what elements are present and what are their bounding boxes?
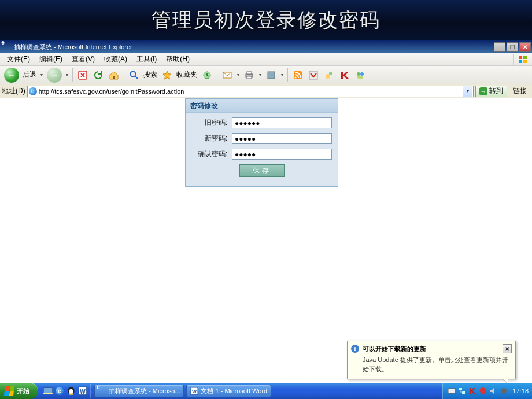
links-button[interactable]: 链接 <box>509 86 530 97</box>
window-restore-button[interactable]: ❐ <box>507 42 518 52</box>
confirm-password-label: 确认密码: <box>191 149 227 159</box>
address-label: 地址(D) <box>2 86 25 96</box>
svg-point-19 <box>360 72 364 76</box>
tray-extra-icon[interactable] <box>500 387 508 395</box>
svg-point-17 <box>329 72 332 75</box>
window-minimize-button[interactable]: _ <box>494 42 505 52</box>
windows-logo-icon <box>4 386 14 396</box>
print-button[interactable] <box>242 68 257 83</box>
word-task-icon: W <box>190 387 198 395</box>
menu-help[interactable]: 帮助(H) <box>161 53 194 65</box>
start-button[interactable]: 开始 <box>0 383 38 399</box>
window-close-button[interactable]: ✕ <box>519 42 531 52</box>
forward-dropdown[interactable]: ▾ <box>64 68 70 83</box>
tray-shield-icon[interactable] <box>479 387 487 395</box>
favorites-label: 收藏夹 <box>176 70 197 80</box>
address-bar: 地址(D) ▾ →转到 链接 <box>0 84 532 98</box>
svg-rect-12 <box>268 72 275 79</box>
forward-button[interactable]: → <box>45 67 64 83</box>
svg-point-6 <box>131 71 136 76</box>
tray-network-icon[interactable] <box>458 387 466 395</box>
address-box[interactable]: ▾ <box>27 86 474 97</box>
svg-rect-11 <box>247 76 252 79</box>
go-button[interactable]: →转到 <box>475 86 507 97</box>
info-icon: i <box>351 345 359 353</box>
svg-rect-22 <box>43 393 53 394</box>
home-button[interactable] <box>106 68 121 83</box>
messenger-icon[interactable] <box>353 68 368 83</box>
menu-favorites[interactable]: 收藏(A) <box>99 53 132 65</box>
svg-rect-20 <box>357 76 363 79</box>
card-title: 密码修改 <box>186 99 338 113</box>
window-titlebar: 抽样调查系统 - Microsoft Internet Explorer _ ❐… <box>0 40 532 53</box>
favorites-button[interactable] <box>160 68 175 83</box>
old-password-row: 旧密码: <box>191 117 332 128</box>
feed-button[interactable] <box>290 68 305 83</box>
svg-rect-30 <box>448 389 455 393</box>
taskbar-button-1[interactable]: 抽样调查系统 - Microso... <box>94 385 184 397</box>
svg-rect-25 <box>69 394 73 395</box>
old-password-label: 旧密码: <box>191 118 227 128</box>
svg-rect-5 <box>113 76 115 79</box>
kaspersky-icon[interactable] <box>337 68 352 83</box>
toolbar-extra-1[interactable] <box>306 68 321 83</box>
taskbar: 开始 W 抽样调查系统 - Microso... W 文档 1 - Micros… <box>0 383 532 399</box>
back-dropdown[interactable]: ▾ <box>39 68 45 83</box>
notification-close-button[interactable]: ✕ <box>503 344 512 353</box>
menu-edit[interactable]: 编辑(E) <box>35 53 67 65</box>
stop-button[interactable] <box>75 68 90 83</box>
go-label: 转到 <box>489 86 503 96</box>
svg-rect-15 <box>309 71 317 79</box>
menubar: 文件(E) 编辑(E) 查看(V) 收藏(A) 工具(I) 帮助(H) <box>0 53 532 66</box>
task-label: 抽样调查系统 - Microso... <box>109 387 180 396</box>
new-password-row: 新密码: <box>191 133 332 144</box>
svg-point-24 <box>69 389 73 394</box>
old-password-input[interactable] <box>232 117 332 128</box>
show-desktop-icon[interactable] <box>43 386 53 396</box>
word-icon[interactable]: W <box>77 386 88 396</box>
new-password-input[interactable] <box>232 133 332 144</box>
mail-button[interactable] <box>220 68 235 83</box>
svg-rect-0 <box>519 56 522 59</box>
presentation-banner: 管理员初次登录修改密码 <box>0 0 532 40</box>
refresh-button[interactable] <box>91 68 106 83</box>
search-button[interactable] <box>127 68 142 83</box>
tray-input-icon[interactable] <box>448 387 456 395</box>
task-label: 文档 1 - Microsoft Word <box>201 387 267 396</box>
history-button[interactable] <box>200 68 215 83</box>
qq-icon[interactable] <box>66 386 76 396</box>
svg-rect-31 <box>459 388 462 390</box>
confirm-password-input[interactable] <box>232 149 332 160</box>
svg-text:W: W <box>80 389 86 395</box>
menu-tools[interactable]: 工具(I) <box>132 53 161 65</box>
svg-text:W: W <box>193 389 197 394</box>
svg-rect-1 <box>523 56 527 59</box>
clock[interactable]: 17:18 <box>512 387 529 394</box>
page-icon <box>29 87 37 95</box>
windows-flag-icon <box>513 54 531 65</box>
toolbar-extra-2[interactable] <box>322 68 337 83</box>
ie-icon <box>3 42 12 51</box>
svg-rect-3 <box>523 60 527 63</box>
tray-kaspersky-icon[interactable] <box>468 387 476 395</box>
new-password-label: 新密码: <box>191 134 227 143</box>
ie-quicklaunch-icon[interactable] <box>54 386 65 396</box>
svg-point-16 <box>326 74 330 79</box>
address-dropdown[interactable]: ▾ <box>463 86 472 97</box>
menu-file[interactable]: 文件(E) <box>2 53 35 65</box>
back-button[interactable]: ← <box>2 67 21 83</box>
tray-volume-icon[interactable] <box>489 387 497 395</box>
notification-body: Java Update 提供了更新。单击此处查看更新项并开始下载。 <box>348 354 515 379</box>
java-update-notification[interactable]: i 可以开始下载新的更新 ✕ Java Update 提供了更新。单击此处查看更… <box>347 341 516 379</box>
menu-view[interactable]: 查看(V) <box>67 53 99 65</box>
notification-title: 可以开始下载新的更新 <box>363 345 426 353</box>
start-label: 开始 <box>17 387 29 396</box>
password-change-card: 密码修改 旧密码: 新密码: 确认密码: 保存 <box>185 98 338 187</box>
edit-button[interactable] <box>264 68 279 83</box>
quick-launch: W <box>40 384 91 398</box>
search-label: 搜索 <box>143 70 157 80</box>
taskbar-button-2[interactable]: W 文档 1 - Microsoft Word <box>186 385 271 397</box>
window-title: 抽样调查系统 - Microsoft Internet Explorer <box>14 43 132 51</box>
address-input[interactable] <box>37 86 463 97</box>
save-button[interactable]: 保存 <box>239 164 285 177</box>
